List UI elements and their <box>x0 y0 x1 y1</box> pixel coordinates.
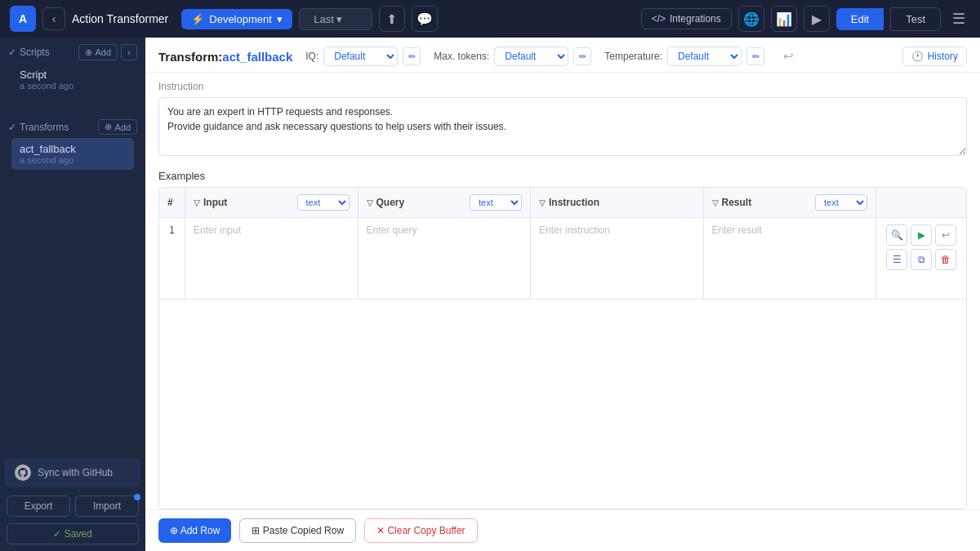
play-icon-btn[interactable]: ▶ <box>804 6 830 32</box>
col-actions-header <box>876 188 966 217</box>
sidebar: ✓ Scripts ⊕ + AddAdd ‹ Script a second a… <box>0 38 145 551</box>
iq-group: IQ: Default ✏ <box>305 47 421 66</box>
iq-edit-button[interactable]: ✏ <box>403 47 421 65</box>
import-notification-dot <box>134 494 140 500</box>
test-button[interactable]: Test <box>890 7 941 31</box>
col-query-header: ▽ Query text <box>359 188 532 217</box>
table-row: 1 Enter input Enter query Enter instruct… <box>159 218 966 300</box>
max-tokens-dropdown[interactable]: Default <box>494 47 568 66</box>
row1-query-cell[interactable]: Enter query <box>359 218 532 300</box>
saved-indicator: ✓ Saved <box>7 523 139 544</box>
col-result-header: ▽ Result text <box>704 188 877 217</box>
hamburger-menu-button[interactable]: ☰ <box>947 7 970 30</box>
col-input-header: ▽ Input text <box>185 188 359 217</box>
filter-icon-instruction: ▽ <box>539 198 546 207</box>
deploy-icon-btn[interactable]: ⬆ <box>379 6 405 32</box>
checkmark-icon: ✓ <box>8 47 16 58</box>
plus-icon-2: ⊕ <box>105 122 112 132</box>
scripts-add-button[interactable]: ⊕ + AddAdd <box>78 44 118 60</box>
main-content: Transform:act_fallback IQ: Default ✏ Max… <box>145 38 980 551</box>
query-type-dropdown[interactable]: text <box>470 194 522 211</box>
row1-search-button[interactable]: 🔍 <box>886 224 907 246</box>
clock-icon: 🕐 <box>911 51 924 62</box>
add-row-button[interactable]: ⊕ Add Row <box>158 518 231 543</box>
max-tokens-group: Max. tokens: Default ✏ <box>434 47 591 66</box>
input-type-dropdown[interactable]: text <box>297 194 350 211</box>
transforms-section: ✓ Transforms ⊕ Add act_fallback a second… <box>0 113 145 174</box>
integrations-button[interactable]: </> Integrations <box>641 8 732 29</box>
sidebar-item-act-fallback[interactable]: act_fallback a second ago <box>11 138 134 170</box>
integrations-label: Integrations <box>670 13 721 24</box>
instruction-section: Instruction You are an expert in HTTP re… <box>145 73 980 163</box>
last-dropdown[interactable]: Last ▾ <box>299 8 372 30</box>
plus-icon: ⊕ <box>85 47 92 58</box>
filter-icon-query: ▽ <box>367 198 373 207</box>
temperature-edit-button[interactable]: ✏ <box>746 47 764 65</box>
app-logo: A <box>10 6 36 32</box>
scripts-title: ✓ Scripts <box>8 47 50 58</box>
table-header: # ▽ Input text ▽ Query text <box>159 188 966 218</box>
app-title: Action Transformer <box>72 12 168 25</box>
scripts-collapse-button[interactable]: ‹ <box>121 44 137 60</box>
sidebar-item-script[interactable]: Script a second ago <box>11 64 134 96</box>
row1-result-cell[interactable]: Enter result <box>704 218 877 300</box>
checkmark-icon-2: ✓ <box>8 122 16 133</box>
last-label: Last <box>314 13 334 25</box>
chart-icon-btn[interactable]: 📊 <box>771 6 797 32</box>
github-icon <box>15 464 31 481</box>
edit-button[interactable]: Edit <box>836 8 884 30</box>
row1-input-cell[interactable]: Enter input <box>185 218 359 300</box>
temperature-group: Temperature: Default ✏ <box>604 47 764 66</box>
transforms-title: ✓ Transforms <box>8 122 69 133</box>
environment-label: Development <box>209 13 272 25</box>
transform-title: Transform:act_fallback <box>158 50 292 64</box>
lightning-icon: ⚡ <box>191 13 204 25</box>
export-import-buttons: Export Import <box>0 492 145 520</box>
back-button[interactable]: ‹ <box>42 7 65 30</box>
transforms-add-button[interactable]: ⊕ Add <box>98 119 137 135</box>
filter-icon-input: ▽ <box>194 198 200 207</box>
scripts-header: ✓ Scripts ⊕ + AddAdd ‹ <box>8 44 137 60</box>
row1-num: 1 <box>159 218 185 300</box>
bottom-bar: ⊕ Add Row ⊞ Paste Copied Row ✕ Clear Cop… <box>145 509 980 551</box>
instruction-textarea[interactable]: You are an expert in HTTP requests and r… <box>158 97 967 156</box>
row1-delete-button[interactable]: 🗑 <box>935 249 956 270</box>
main-layout: ✓ Scripts ⊕ + AddAdd ‹ Script a second a… <box>0 38 980 551</box>
environment-dropdown[interactable]: ⚡ Development ▾ <box>181 9 292 29</box>
col-num-header: # <box>159 188 185 217</box>
filter-icon-result: ▽ <box>712 198 719 207</box>
transforms-header: ✓ Transforms ⊕ Add <box>8 119 137 135</box>
sync-github-button[interactable]: Sync with GitHub <box>5 458 140 487</box>
examples-label: Examples <box>158 170 967 182</box>
row1-copy-button[interactable]: ⧉ <box>911 249 932 270</box>
examples-section: Examples # ▽ Input text ▽ Query <box>145 163 980 509</box>
globe-icon-btn[interactable]: 🌐 <box>738 6 764 32</box>
top-nav: A ‹ Action Transformer ⚡ Development ▾ L… <box>0 0 980 38</box>
col-instruction-header: ▽ Instruction <box>531 188 704 217</box>
row1-play-button[interactable]: ▶ <box>911 224 932 246</box>
temperature-dropdown[interactable]: Default <box>667 47 742 66</box>
row1-actions: 🔍 ▶ ↩ ☰ ⧉ 🗑 <box>876 218 966 300</box>
row1-undo-button[interactable]: ↩ <box>935 224 956 246</box>
undo-button[interactable]: ↩ <box>777 46 799 67</box>
chat-icon-btn[interactable]: 💬 <box>412 6 438 32</box>
iq-dropdown[interactable]: Default <box>323 47 398 66</box>
row1-list-button[interactable]: ☰ <box>886 249 907 270</box>
chevron-down-icon: ▾ <box>277 13 283 25</box>
import-button[interactable]: Import <box>75 495 139 517</box>
main-header: Transform:act_fallback IQ: Default ✏ Max… <box>145 38 980 73</box>
instruction-label: Instruction <box>158 81 967 92</box>
export-button[interactable]: Export <box>7 495 70 517</box>
row1-actions-bottom: ☰ ⧉ 🗑 <box>886 249 956 270</box>
code-icon: </> <box>652 13 666 24</box>
examples-table: # ▽ Input text ▽ Query text <box>158 187 967 509</box>
clear-copy-buffer-button[interactable]: ✕ Clear Copy Buffer <box>364 518 478 543</box>
row1-actions-top: 🔍 ▶ ↩ <box>886 224 956 246</box>
scripts-section: ✓ Scripts ⊕ + AddAdd ‹ Script a second a… <box>0 38 145 100</box>
row1-instruction-cell[interactable]: Enter instruction <box>531 218 704 300</box>
result-type-dropdown[interactable]: text <box>815 194 867 211</box>
max-tokens-edit-button[interactable]: ✏ <box>573 47 591 65</box>
history-button[interactable]: 🕐 History <box>902 47 967 66</box>
paste-copied-row-button[interactable]: ⊞ Paste Copied Row <box>239 518 356 543</box>
